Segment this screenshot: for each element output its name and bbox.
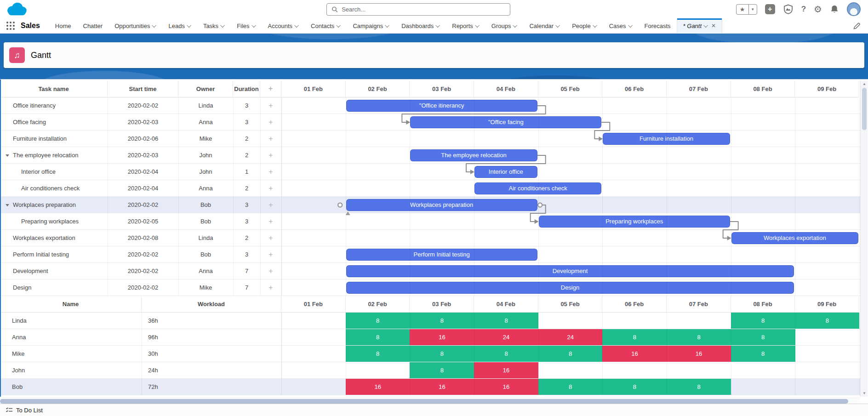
notifications-bell-icon[interactable] (830, 5, 839, 14)
guidance-shield-icon[interactable] (783, 4, 794, 15)
nav-tab[interactable]: Groups (485, 18, 524, 34)
add-task-button[interactable]: + (260, 131, 281, 147)
nav-tab[interactable]: Campaigns (347, 18, 395, 34)
task-bar[interactable]: Perform Initial testing (346, 249, 537, 261)
task-name-cell: Interior office (0, 164, 108, 180)
add-task-button[interactable]: + (260, 279, 281, 296)
chevron-down-icon[interactable] (385, 23, 389, 28)
chevron-down-icon[interactable] (294, 23, 299, 28)
chevron-down-icon[interactable] (703, 23, 708, 28)
task-bar[interactable]: Interior office (474, 166, 537, 178)
nav-tab[interactable]: Cases (603, 18, 639, 34)
chevron-down-icon[interactable] (220, 23, 225, 28)
task-name-cell: Design (0, 279, 108, 296)
workload-day-cell: 8 (538, 379, 603, 395)
horizontal-scrollbar-thumb[interactable] (0, 399, 848, 404)
chevron-down-icon[interactable] (555, 23, 560, 28)
vertical-scrollbar[interactable]: ▲ ▼ (860, 80, 868, 397)
global-search[interactable] (326, 3, 510, 16)
grid-timeline-divider (281, 80, 282, 395)
task-name-cell: Workplaces exportation (0, 230, 108, 246)
workload-day-cell: 8 (410, 346, 474, 362)
close-tab-icon[interactable]: ✕ (711, 23, 716, 29)
chevron-down-icon[interactable] (475, 23, 480, 28)
task-bar[interactable]: "Office itinerancy (346, 100, 537, 112)
search-input[interactable] (342, 6, 505, 13)
setup-gear-icon[interactable]: ⚙ (814, 4, 822, 15)
grid-column-divider (233, 97, 234, 296)
app-name: Sales (21, 22, 40, 30)
task-bar[interactable]: Design (346, 282, 794, 294)
nav-tab[interactable]: Leads (162, 18, 197, 34)
nav-tab[interactable]: Opportunities (108, 18, 162, 34)
workload-day-cell: 8 (474, 313, 538, 329)
add-task-button[interactable]: + (260, 263, 281, 279)
task-duration-cell: 3 (233, 97, 260, 114)
nav-tab[interactable]: Home (49, 18, 77, 34)
chevron-down-icon[interactable] (337, 23, 341, 28)
user-avatar[interactable] (847, 2, 861, 16)
task-start-cell: 2020-02-02 (108, 246, 178, 262)
chevron-down-icon[interactable] (628, 23, 633, 28)
chevron-down-icon[interactable] (187, 23, 191, 28)
nav-tab[interactable]: Dashboards (395, 18, 446, 34)
edit-nav-pencil-icon[interactable] (853, 22, 861, 30)
task-bar[interactable]: Development (346, 265, 794, 277)
nav-tab[interactable]: Files (231, 18, 262, 34)
add-task-button[interactable]: + (260, 97, 281, 114)
timeline-gridline (410, 97, 410, 296)
scroll-up-arrow[interactable]: ▲ (861, 82, 868, 86)
add-task-button[interactable]: + (260, 213, 281, 229)
help-icon[interactable]: ? (801, 5, 806, 14)
nav-tab[interactable]: Chatter (77, 18, 109, 34)
scroll-down-arrow[interactable]: ▼ (861, 391, 868, 395)
add-task-button[interactable]: + (260, 147, 281, 163)
add-task-button[interactable]: + (260, 230, 281, 246)
workload-day-cell: 8 (731, 346, 795, 362)
resource-workload-cell: 96h (142, 329, 281, 345)
vertical-scrollbar-thumb[interactable] (862, 88, 867, 130)
task-bar[interactable]: "Office facing (410, 116, 601, 128)
add-task-button[interactable]: + (260, 246, 281, 262)
resource-name-cell: Bob (0, 379, 142, 395)
chevron-down-icon[interactable] (435, 23, 440, 28)
add-column-button[interactable]: + (260, 80, 281, 97)
task-duration-cell: 1 (233, 164, 260, 180)
nav-tab[interactable]: Tasks (197, 18, 231, 34)
chevron-down-icon[interactable] (251, 23, 256, 28)
nav-tab[interactable]: Calendar (523, 18, 566, 34)
task-bar[interactable]: Preparing workplaces (539, 216, 730, 228)
task-owner-cell: Anna (178, 114, 233, 130)
global-actions-plus-icon[interactable]: + (765, 4, 775, 14)
task-bar[interactable]: Workplaces preparation (346, 199, 537, 211)
task-owner-cell: Linda (178, 97, 233, 114)
favorites-button[interactable]: ★ ▼ (736, 4, 757, 15)
task-name-cell: Air conditioners check (0, 180, 108, 196)
nav-tab[interactable]: Reports (446, 18, 485, 34)
favorites-caret-icon[interactable]: ▼ (748, 5, 757, 14)
chevron-down-icon[interactable] (152, 23, 157, 28)
horizontal-scrollbar[interactable] (0, 398, 860, 404)
task-owner-cell: Bob (178, 246, 233, 262)
add-task-button[interactable]: + (260, 180, 281, 196)
chevron-down-icon[interactable] (593, 23, 597, 28)
timeline-gridline (795, 313, 795, 395)
todo-list-utility-button[interactable]: To Do List (0, 404, 48, 416)
nav-tab[interactable]: * Gantt✕ (677, 18, 723, 34)
nav-tab[interactable]: Forecasts (639, 18, 677, 34)
add-task-button[interactable]: + (260, 197, 281, 213)
workload-day-cell: 8 (410, 313, 474, 329)
nav-tab-label: Calendar (529, 23, 554, 29)
add-task-button[interactable]: + (260, 114, 281, 130)
task-duration-cell: 2 (233, 147, 260, 163)
nav-tab[interactable]: Contacts (305, 18, 347, 34)
favorites-star-icon[interactable]: ★ (737, 5, 748, 14)
task-name-cell: The employee relocation (0, 147, 108, 163)
nav-tab[interactable]: People (566, 18, 603, 34)
app-launcher-icon[interactable] (6, 22, 15, 30)
task-duration-cell: 3 (233, 246, 260, 262)
task-duration-cell: 7 (233, 279, 260, 296)
add-task-button[interactable]: + (260, 164, 281, 180)
chevron-down-icon[interactable] (513, 23, 518, 28)
nav-tab[interactable]: Accounts (262, 18, 305, 34)
